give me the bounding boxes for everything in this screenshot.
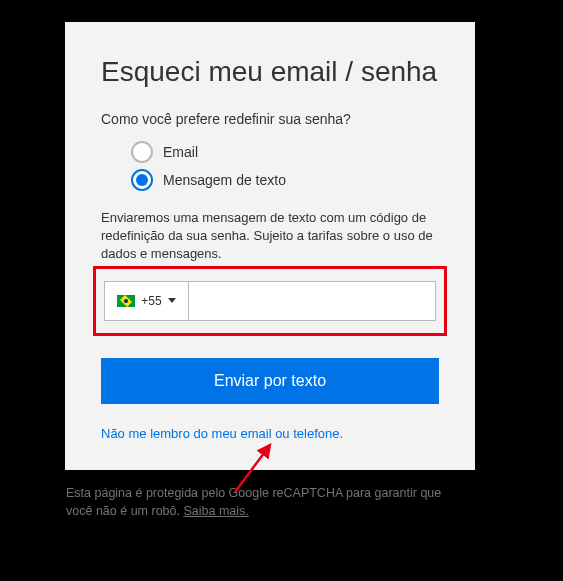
recaptcha-learn-more-link[interactable]: Saiba mais. xyxy=(183,504,248,518)
reset-method-radio-group: Email Mensagem de texto xyxy=(131,141,439,191)
radio-email-label: Email xyxy=(163,144,198,160)
radio-sms-indicator xyxy=(131,169,153,191)
reset-password-card: Esqueci meu email / senha Como você pref… xyxy=(65,22,475,470)
dial-code: +55 xyxy=(141,294,161,308)
page-title: Esqueci meu email / senha xyxy=(101,54,439,89)
brazil-flag-icon xyxy=(117,295,135,307)
phone-input-group: +55 xyxy=(104,281,436,321)
phone-number-input[interactable] xyxy=(188,281,436,321)
forgot-email-phone-link[interactable]: Não me lembro do meu email ou telefone. xyxy=(101,426,343,441)
radio-option-email[interactable]: Email xyxy=(131,141,439,163)
reset-method-question: Como você prefere redefinir sua senha? xyxy=(101,111,439,127)
country-code-selector[interactable]: +55 xyxy=(104,281,188,321)
recaptcha-text: Esta página é protegida pelo Google reCA… xyxy=(66,486,441,518)
recaptcha-footer: Esta página é protegida pelo Google reCA… xyxy=(0,470,490,520)
chevron-down-icon xyxy=(168,298,176,303)
submit-button[interactable]: Enviar por texto xyxy=(101,358,439,404)
sms-helper-text: Enviaremos uma mensagem de texto com um … xyxy=(101,209,439,264)
phone-highlight-annotation: +55 xyxy=(93,266,447,336)
radio-option-sms[interactable]: Mensagem de texto xyxy=(131,169,439,191)
radio-sms-label: Mensagem de texto xyxy=(163,172,286,188)
radio-email-indicator xyxy=(131,141,153,163)
